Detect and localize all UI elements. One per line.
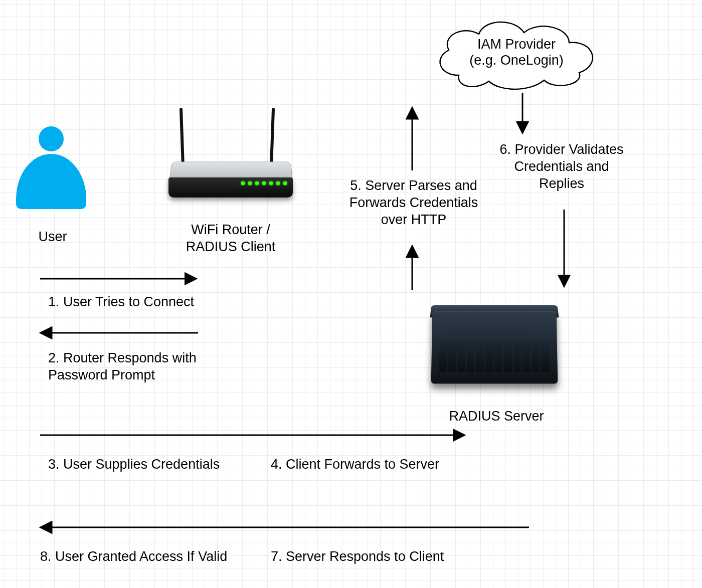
step-5-label: 5. Server Parses and Forwards Credential…	[331, 177, 496, 228]
step-6-label: 6. Provider Validates Credentials and Re…	[481, 141, 642, 192]
step-1-label: 1. User Tries to Connect	[48, 294, 194, 311]
step-3-label: 3. User Supplies Credentials	[48, 456, 220, 473]
server-icon	[429, 301, 564, 391]
step-7-label: 7. Server Responds to Client	[271, 548, 444, 565]
iam-cloud: IAM Provider (e.g. OneLogin)	[429, 15, 604, 93]
iam-label: IAM Provider (e.g. OneLogin)	[429, 36, 604, 69]
diagram-canvas: User WiFi Router / RADIUS Client IAM Pro…	[0, 0, 702, 588]
user-icon	[14, 126, 89, 207]
step-8-label: 8. User Granted Access If Valid	[40, 548, 227, 565]
user-label: User	[25, 229, 80, 246]
step-2-label: 2. Router Responds with Password Prompt	[48, 350, 197, 384]
server-label: RADIUS Server	[416, 408, 577, 425]
router-icon	[165, 115, 296, 206]
router-label: WiFi Router / RADIUS Client	[165, 222, 296, 256]
step-4-label: 4. Client Forwards to Server	[271, 456, 439, 473]
